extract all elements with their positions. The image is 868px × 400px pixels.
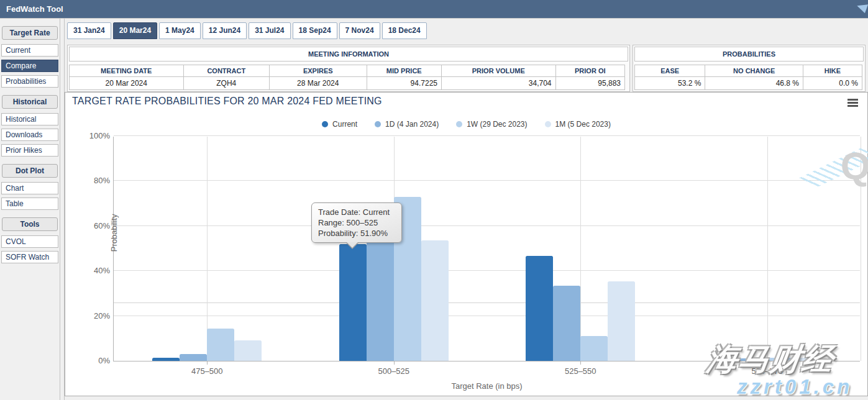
- gridline-extra: [114, 302, 860, 303]
- bar-current-475-500[interactable]: [152, 358, 180, 361]
- y-tick-label-20: 20%: [81, 311, 110, 320]
- bar-1m-5-dec-2023-475-500[interactable]: [234, 340, 262, 361]
- tab-31-jul24[interactable]: 31 Jul24: [249, 22, 290, 39]
- probabilities-value-hike: 0.0 %: [803, 76, 862, 90]
- x-tick-550-575: [767, 361, 768, 365]
- y-axis-title: Probability: [109, 195, 119, 270]
- meeting-info-caption: MEETING INFORMATION: [69, 47, 628, 61]
- bar-current-525-550[interactable]: [526, 256, 553, 361]
- main-content: 31 Jan2420 Mar241 May2412 Jun2431 Jul241…: [65, 19, 868, 400]
- tab-1-may24[interactable]: 1 May24: [159, 22, 201, 39]
- sidebar-section-header-historical: Historical: [2, 95, 58, 109]
- y-tick-label-80: 80%: [81, 176, 110, 185]
- tab-18-sep24[interactable]: 18 Sep24: [293, 22, 337, 39]
- meeting-info-value-prior-oi: 95,883: [555, 76, 626, 90]
- probabilities-value-row: 53.2 %46.8 %0.0 %: [634, 77, 864, 90]
- plot-right-border: [861, 137, 861, 361]
- probabilities-col-ease: EASE: [634, 65, 705, 77]
- bar-current-500-525[interactable]: [339, 244, 367, 361]
- plot-area: Probability Target Rate (in bps) 0%20%40…: [113, 137, 860, 361]
- sidebar-item-sofr-watch[interactable]: SOFR Watch: [1, 251, 58, 263]
- gridline-20: [114, 316, 860, 316]
- bar-1d-4-jan-2024-475-500[interactable]: [180, 354, 207, 361]
- chart-menu-icon[interactable]: [847, 99, 858, 107]
- bar-1m-5-dec-2023-525-550[interactable]: [608, 281, 635, 361]
- sidebar: Target RateCurrentCompareProbabilitiesHi…: [0, 19, 60, 400]
- tab-31-jan24[interactable]: 31 Jan24: [67, 22, 111, 39]
- tab-18-dec24[interactable]: 18 Dec24: [382, 22, 427, 39]
- y-tick-label-0: 0%: [81, 356, 110, 365]
- sidebar-item-downloads[interactable]: Downloads: [1, 129, 58, 141]
- bar-1m-5-dec-2023-550-575[interactable]: [795, 358, 822, 361]
- sidebar-item-cvol[interactable]: CVOL: [1, 235, 58, 248]
- meeting-info-col-contract: CONTRACT: [183, 65, 270, 77]
- y-tick-label-100: 100%: [81, 131, 110, 140]
- meeting-info-col-prior-oi: PRIOR OI: [555, 65, 626, 77]
- cursor-icon: [856, 1, 868, 14]
- sidebar-item-table[interactable]: Table: [1, 198, 58, 210]
- chart-card: TARGET RATE PROBABILITIES FOR 20 MAR 202…: [65, 92, 868, 396]
- meeting-info-value-row: 20 Mar 2024ZQH428 Mar 202494.722534,7049…: [69, 77, 628, 90]
- tab-bar: 31 Jan2420 Mar241 May2412 Jun2431 Jul241…: [67, 22, 427, 39]
- gridline-60: [114, 225, 860, 226]
- x-tick-500-525: [394, 361, 395, 365]
- probabilities-caption: PROBABILITIES: [634, 47, 864, 61]
- probabilities-value-ease: 53.2 %: [634, 76, 705, 90]
- meeting-info-value-contract: ZQH4: [183, 76, 270, 90]
- meeting-info-col-expires: EXPIRES: [269, 65, 367, 77]
- tab-7-nov24[interactable]: 7 Nov24: [339, 22, 380, 39]
- sidebar-section-header-target-rate: Target Rate: [2, 26, 58, 40]
- legend-item-current[interactable]: Current: [322, 120, 357, 129]
- sidebar-section-header-tools: Tools: [2, 217, 58, 231]
- sidebar-item-current[interactable]: Current: [1, 44, 58, 57]
- meeting-info-value-expires: 28 Mar 2024: [269, 76, 367, 90]
- probabilities-table: PROBABILITIES EASENO CHANGEHIKE 53.2 %46…: [633, 45, 866, 92]
- meeting-info-col-mid-price: MID PRICE: [367, 65, 442, 77]
- y-tick-label-40: 40%: [81, 266, 110, 275]
- sidebar-section-header-dot-plot: Dot Plot: [2, 164, 58, 178]
- bar-1w-29-dec-2023-550-575[interactable]: [767, 358, 795, 361]
- meeting-info-col-prior-volume: PRIOR VOLUME: [441, 65, 556, 77]
- bar-1m-5-dec-2023-500-525[interactable]: [421, 240, 449, 361]
- tooltip-probability: Probability: 51.90%: [318, 228, 395, 239]
- legend-item-1m-5-dec-2023[interactable]: 1M (5 Dec 2023): [545, 120, 611, 129]
- legend-label: 1D (4 Jan 2024): [385, 120, 439, 129]
- legend-label: Current: [332, 120, 357, 129]
- legend-dot-icon: [456, 121, 462, 127]
- meeting-info-value-meeting-date: 20 Mar 2024: [69, 76, 184, 90]
- sidebar-item-chart[interactable]: Chart: [1, 182, 58, 194]
- app-header: FedWatch Tool: [0, 0, 868, 19]
- bar-1w-29-dec-2023-475-500[interactable]: [207, 329, 234, 361]
- legend-label: 1W (29 Dec 2023): [467, 120, 527, 129]
- sidebar-item-prior-hikes[interactable]: Prior Hikes: [1, 144, 58, 157]
- gridline-100: [114, 135, 860, 136]
- sidebar-item-compare[interactable]: Compare: [1, 60, 58, 72]
- x-tick-label-475-500: 475–500: [170, 366, 244, 376]
- x-axis-title: Target Rate (in bps): [114, 381, 860, 391]
- probabilities-value-no-change: 46.8 %: [705, 76, 803, 90]
- legend-item-1d-4-jan-2024[interactable]: 1D (4 Jan 2024): [375, 120, 439, 129]
- bar-1w-29-dec-2023-525-550[interactable]: [580, 336, 608, 361]
- sidebar-item-historical[interactable]: Historical: [1, 113, 58, 125]
- probabilities-header-row: EASENO CHANGEHIKE: [634, 65, 864, 77]
- y-tick-label-60: 60%: [81, 221, 110, 230]
- probabilities-col-no-change: NO CHANGE: [705, 65, 803, 77]
- legend-dot-icon: [322, 121, 328, 127]
- app-title: FedWatch Tool: [6, 4, 63, 14]
- legend-dot-icon: [545, 121, 551, 127]
- meeting-info-table: MEETING INFORMATION MEETING DATECONTRACT…: [67, 45, 630, 92]
- tab-12-jun24[interactable]: 12 Jun24: [203, 22, 247, 39]
- meeting-info-value-mid-price: 94.7225: [367, 76, 442, 90]
- bar-1d-4-jan-2024-550-575[interactable]: [740, 358, 767, 361]
- bar-1d-4-jan-2024-525-550[interactable]: [553, 286, 580, 361]
- gridline-80: [114, 180, 860, 181]
- probabilities-col-hike: HIKE: [803, 65, 862, 77]
- gridline-40: [114, 270, 860, 271]
- chart-tooltip: Trade Date: Current Range: 500–525 Proba…: [311, 202, 402, 243]
- tooltip-range: Range: 500–525: [318, 217, 395, 228]
- sidebar-item-probabilities[interactable]: Probabilities: [1, 75, 58, 88]
- x-tick-label-525-550: 525–550: [543, 366, 618, 376]
- tab-20-mar24[interactable]: 20 Mar24: [113, 22, 157, 39]
- legend-item-1w-29-dec-2023[interactable]: 1W (29 Dec 2023): [456, 120, 527, 129]
- chart-title: TARGET RATE PROBABILITIES FOR 20 MAR 202…: [72, 96, 382, 107]
